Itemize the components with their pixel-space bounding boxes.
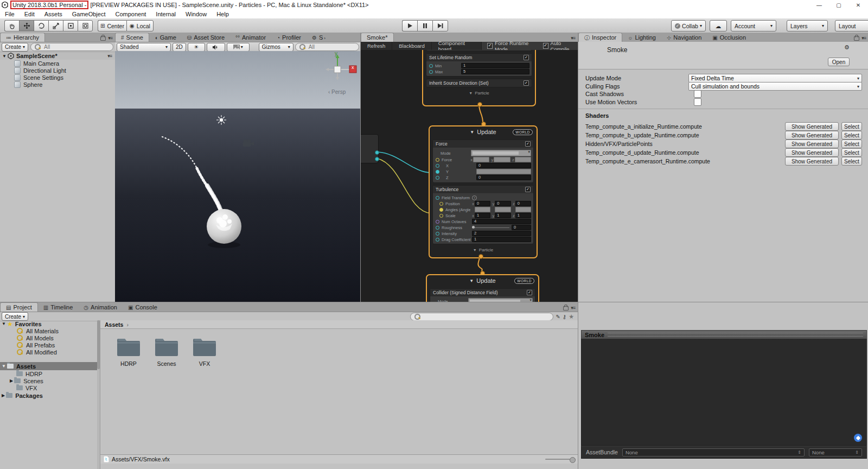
angles-y[interactable] xyxy=(495,207,510,212)
space-badge[interactable]: WORLD xyxy=(514,278,534,284)
menu-assets[interactable]: Assets xyxy=(40,10,67,18)
port-float[interactable] xyxy=(429,70,433,74)
select-button[interactable]: Select xyxy=(841,157,862,166)
thumbnail-size-slider[interactable] xyxy=(545,459,576,460)
favorite-search-icon[interactable]: ★ xyxy=(569,313,574,320)
gizmo-center-cube[interactable] xyxy=(334,66,341,73)
scene-root-row[interactable]: ▼ SampleScene* ▾≡ xyxy=(0,52,115,60)
close-button[interactable]: ✕ xyxy=(848,1,868,10)
assetbundle-variant-dropdown[interactable]: None⇕ xyxy=(809,448,862,457)
hierarchy-search-input[interactable]: All xyxy=(30,43,113,51)
vfx-block-inherit-direction[interactable]: Inherit Source Direction (Set)✓ xyxy=(426,79,532,87)
scale-y[interactable]: 1 xyxy=(495,213,510,218)
show-generated-button[interactable]: Show Generated xyxy=(785,131,839,140)
vfx-context-initialize[interactable]: Set Lifetime Random✓ Min1 Max5 Inherit S… xyxy=(422,50,536,106)
port-float-connected[interactable] xyxy=(436,170,439,174)
z-field[interactable]: 0 xyxy=(476,175,531,180)
layout-dropdown[interactable]: Layout▾ xyxy=(835,20,868,31)
port-float[interactable] xyxy=(436,238,439,242)
drag-handle[interactable] xyxy=(608,333,863,337)
menu-edit[interactable]: Edit xyxy=(20,10,40,18)
tree-folder-hdrp[interactable]: HDRP xyxy=(0,370,100,377)
update-mode-dropdown[interactable]: Fixed Delta Time▾ xyxy=(688,74,862,83)
tree-scrollbar[interactable] xyxy=(97,320,100,469)
asset-tile-hdrp[interactable]: HDRP xyxy=(110,337,147,367)
favorites-root[interactable]: ▼★Favorites xyxy=(0,320,100,327)
culling-flags-dropdown[interactable]: Cull simulation and bounds▾ xyxy=(688,82,862,91)
intensity-field[interactable]: 2 xyxy=(472,231,531,236)
maximize-button[interactable]: ▢ xyxy=(829,1,848,10)
port-uint[interactable] xyxy=(436,220,439,224)
favorite-all-prefabs[interactable]: All Prefabs xyxy=(0,341,100,348)
operator-output-port[interactable] xyxy=(375,150,379,155)
project-create-button[interactable]: Create▾ xyxy=(2,312,28,321)
scene-menu-icon[interactable]: ▾≡ xyxy=(107,53,112,59)
breadcrumb[interactable]: Assets› xyxy=(100,320,578,329)
play-button[interactable] xyxy=(402,20,417,31)
panel-menu-icon[interactable]: ▾≡ xyxy=(108,35,112,41)
max-field[interactable]: 5 xyxy=(461,69,529,74)
cast-shadows-checkbox[interactable] xyxy=(694,90,701,98)
scale-z[interactable]: 1 xyxy=(515,213,531,218)
tab-asset-store[interactable]: ⛁Asset Store xyxy=(182,33,230,42)
menu-window[interactable]: Window xyxy=(181,10,212,18)
project-search-input[interactable] xyxy=(410,313,553,321)
block-enabled-checkbox[interactable]: ✓ xyxy=(525,141,531,147)
hierarchy-item-main-camera[interactable]: Main Camera xyxy=(0,60,115,67)
asset-tile-scenes[interactable]: Scenes xyxy=(148,337,185,367)
foldout-icon[interactable]: ▶ xyxy=(2,393,5,398)
tab-game[interactable]: ◖Game xyxy=(149,33,182,42)
collab-dropdown[interactable]: ✓ Collab▾ xyxy=(671,20,706,31)
port-vector3[interactable] xyxy=(436,158,439,162)
port-float[interactable] xyxy=(436,176,439,180)
select-button[interactable]: Select xyxy=(841,140,862,148)
tab-animation[interactable]: ◷Animation xyxy=(78,303,123,312)
preview-header[interactable]: Smoke xyxy=(581,330,867,339)
favorite-all-models[interactable]: All Models xyxy=(0,334,100,341)
drag-coefficient-field[interactable]: 1 xyxy=(472,237,531,242)
foldout-icon[interactable]: ▼ xyxy=(2,54,7,59)
gear-icon[interactable]: ⚙ xyxy=(844,44,850,51)
packages-root[interactable]: ▶Packages xyxy=(0,392,100,399)
num-octaves-field[interactable]: 4 xyxy=(472,219,531,224)
port-vector3[interactable] xyxy=(439,214,443,218)
operator-output-port[interactable] xyxy=(375,157,379,161)
roughness-field[interactable]: 0 xyxy=(512,225,531,230)
block-enabled-checkbox[interactable]: ✓ xyxy=(527,290,532,295)
scene-viewport[interactable]: y x ‹ Persp xyxy=(115,51,361,302)
block-enabled-checkbox[interactable]: ✓ xyxy=(524,80,529,86)
panel-menu-icon[interactable]: ▾≡ xyxy=(571,305,575,310)
assetbundle-tag-icon[interactable] xyxy=(854,434,862,442)
tree-folder-vfx[interactable]: VFX xyxy=(0,384,100,391)
menu-gameobject[interactable]: GameObject xyxy=(67,10,111,18)
menu-component[interactable]: Component xyxy=(110,10,151,18)
open-button[interactable]: Open xyxy=(828,58,850,66)
pause-button[interactable] xyxy=(417,20,432,31)
step-button[interactable] xyxy=(432,20,448,31)
show-generated-button[interactable]: Show Generated xyxy=(785,140,839,148)
port-float[interactable] xyxy=(436,164,439,168)
context-output-slot[interactable]: ▼Particle xyxy=(430,246,537,253)
port-transform[interactable] xyxy=(436,196,439,200)
port-float[interactable] xyxy=(436,226,439,230)
tab-smoke-vfx[interactable]: Smoke* xyxy=(361,33,394,42)
audio-toggle-icon[interactable] xyxy=(207,43,225,52)
position-y[interactable]: 0 xyxy=(495,201,510,206)
vfx-graph-canvas[interactable]: Set Lifetime Random✓ Min1 Max5 Inherit S… xyxy=(361,50,578,302)
foldout-icon[interactable]: ▶ xyxy=(10,378,13,383)
port-vector3[interactable] xyxy=(439,202,443,206)
asset-tile-vfx[interactable]: VFX xyxy=(186,337,223,367)
gizmos-dropdown[interactable]: Gizmos▾ xyxy=(259,43,293,52)
rotate-tool-icon[interactable] xyxy=(34,20,48,31)
move-tool-icon[interactable] xyxy=(19,20,34,31)
foldout-icon[interactable]: ▼ xyxy=(2,364,6,369)
minimize-button[interactable]: — xyxy=(809,1,829,10)
layers-dropdown[interactable]: Layers▾ xyxy=(787,20,828,31)
account-dropdown[interactable]: Account▾ xyxy=(731,20,776,31)
auto-compile-checkbox[interactable]: ✓ xyxy=(543,43,548,49)
scene-search-input[interactable]: All xyxy=(295,43,359,51)
tab-inspector[interactable]: ⓘInspector xyxy=(578,33,622,42)
favorite-all-modified[interactable]: All Modified xyxy=(0,348,100,356)
preview-canvas[interactable] xyxy=(581,339,867,446)
tree-folder-scenes[interactable]: ▶Scenes xyxy=(0,377,100,384)
